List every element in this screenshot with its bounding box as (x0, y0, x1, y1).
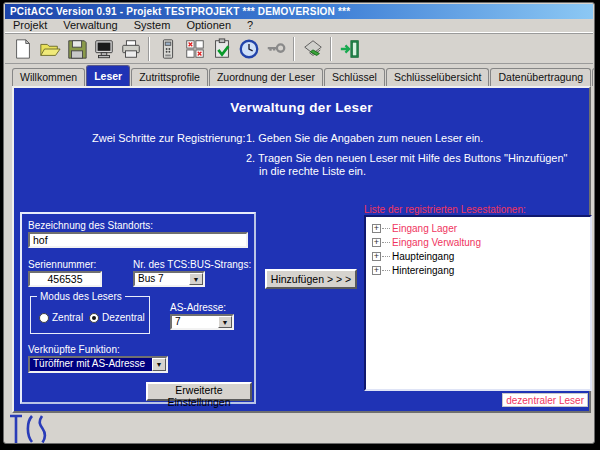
toolbar-separator (330, 37, 332, 61)
advanced-settings-button[interactable]: Erweiterte Einstellungen (146, 382, 252, 401)
expand-plus-icon[interactable]: + (372, 238, 381, 247)
location-label: Bezeichnung des Standorts: (28, 220, 153, 231)
radio-zentral-icon[interactable] (39, 313, 49, 323)
steps-label: Zwei Schritte zur Registrierung: (92, 132, 245, 144)
status-badge: dezentraler Leser (502, 393, 588, 407)
bus-select[interactable]: Bus 7 ▼ (133, 271, 205, 287)
toolbar (5, 33, 593, 64)
serial-label: Seriennummer: (28, 259, 96, 270)
menu-system[interactable]: System (126, 19, 179, 32)
reader-device-icon[interactable] (154, 35, 181, 62)
access-grid-icon[interactable] (181, 35, 208, 62)
function-select[interactable]: Türöffner mit AS-Adresse ▼ (28, 356, 168, 373)
titlebar: PCitACC Version 0.91 - Projekt TESTPROJE… (5, 4, 593, 19)
bus-label: Nr. des TCS:BUS-Strangs: (133, 259, 251, 270)
menu-help[interactable]: ? (239, 19, 261, 32)
tabstrip: Willkommen Leser Zutrittsprofile Zuordnu… (12, 65, 589, 86)
app-window: PCitACC Version 0.91 - Projekt TESTPROJE… (3, 2, 595, 444)
chevron-down-icon[interactable]: ▼ (152, 358, 166, 371)
toolbar-separator (148, 37, 150, 61)
chevron-down-icon[interactable]: ▼ (218, 316, 232, 328)
tree-item-label: Haupteingang (392, 251, 454, 262)
clock-icon[interactable] (235, 35, 262, 62)
save-icon[interactable] (63, 35, 90, 62)
toolbar-separator (293, 37, 295, 61)
tree-connector (382, 242, 390, 243)
key-icon[interactable] (262, 35, 289, 62)
function-select-value: Türöffner mit AS-Adresse (30, 358, 152, 371)
menu-projekt[interactable]: Projekt (5, 19, 55, 32)
mode-groupbox: Modus des Lesers Zentral Dezentral (30, 296, 150, 334)
step-1-text: 1. Geben Sie die Angaben zum neuen Leser… (246, 132, 483, 144)
new-document-icon[interactable] (9, 35, 36, 62)
checklist-icon[interactable] (208, 35, 235, 62)
new-reader-form: Bezeichnung des Standorts: Seriennummer:… (20, 212, 256, 404)
crt-screen: PCitACC Version 0.91 - Projekt TESTPROJE… (0, 0, 600, 450)
menubar: Projekt Verwaltung System Optionen ? (5, 19, 593, 33)
tree-connector (382, 270, 390, 271)
tree-item-eingang-lager[interactable]: + Eingang Lager (372, 221, 590, 235)
window-title: PCitACC Version 0.91 - Projekt TESTPROJE… (10, 6, 350, 17)
tab-monitor[interactable]: Monitor (592, 68, 595, 86)
radio-zentral[interactable]: Zentral (39, 312, 83, 323)
tab-zutrittsprofile[interactable]: Zutrittsprofile (131, 68, 208, 86)
serial-input[interactable] (28, 271, 102, 287)
registered-readers-list[interactable]: + Eingang Lager + Eingang Verwaltung + H… (364, 215, 592, 391)
print-icon[interactable] (117, 35, 144, 62)
registered-readers-label: Liste der registrierten Lesestationen: (364, 204, 526, 215)
mode-group-label: Modus des Lesers (37, 291, 125, 302)
menu-verwaltung[interactable]: Verwaltung (55, 19, 125, 32)
monitor-view-icon[interactable] (90, 35, 117, 62)
tab-willkommen[interactable]: Willkommen (12, 68, 85, 86)
radio-dezentral-label: Dezentral (102, 312, 145, 323)
as-address-label: AS-Adresse: (170, 302, 226, 313)
tree-item-label: Hintereingang (392, 265, 454, 276)
expand-plus-icon[interactable]: + (372, 224, 381, 233)
tree-item-label: Eingang Lager (392, 223, 457, 234)
tab-leser[interactable]: Leser (86, 65, 130, 86)
chevron-down-icon[interactable]: ▼ (189, 273, 203, 285)
step-2-text-line1: 2. Tragen Sie den neuen Leser mit Hilfe … (246, 152, 568, 164)
function-label: Verknüpfte Funktion: (28, 344, 120, 355)
card-reader-icon[interactable] (299, 35, 326, 62)
tree-item-eingang-verwaltung[interactable]: + Eingang Verwaltung (372, 235, 590, 249)
tab-zuordnung-der-leser[interactable]: Zuordnung der Leser (209, 68, 323, 86)
tcs-logo (8, 413, 54, 444)
tab-schluessel[interactable]: Schlüssel (324, 68, 385, 86)
open-project-icon[interactable] (36, 35, 63, 62)
exit-icon[interactable] (336, 35, 363, 62)
radio-dezentral-icon[interactable] (89, 313, 99, 323)
bus-select-value: Bus 7 (135, 273, 189, 285)
add-reader-button[interactable]: Hinzufügen > > > (265, 269, 357, 289)
radio-zentral-label: Zentral (52, 312, 83, 323)
tree-connector (382, 256, 390, 257)
expand-plus-icon[interactable]: + (372, 252, 381, 261)
step-2-text-line2: in die rechte Liste ein. (259, 165, 366, 177)
expand-plus-icon[interactable]: + (372, 266, 381, 275)
leser-tab-panel: Verwaltung der Leser Zwei Schritte zur R… (12, 86, 591, 413)
tab-schluesseluebersicht[interactable]: Schlüsselübersicht (386, 68, 490, 86)
as-address-value: 7 (172, 316, 218, 328)
location-input[interactable] (28, 232, 248, 248)
tree-item-label: Eingang Verwaltung (392, 237, 481, 248)
tree-item-hintereingang[interactable]: + Hintereingang (372, 263, 590, 277)
tree-item-haupteingang[interactable]: + Haupteingang (372, 249, 590, 263)
as-address-select[interactable]: 7 ▼ (170, 314, 234, 330)
tree-connector (382, 228, 390, 229)
menu-optionen[interactable]: Optionen (178, 19, 239, 32)
page-title: Verwaltung der Leser (14, 100, 589, 115)
radio-dezentral[interactable]: Dezentral (89, 312, 145, 323)
tab-datenuebertragung[interactable]: Datenübertragung (490, 68, 591, 86)
